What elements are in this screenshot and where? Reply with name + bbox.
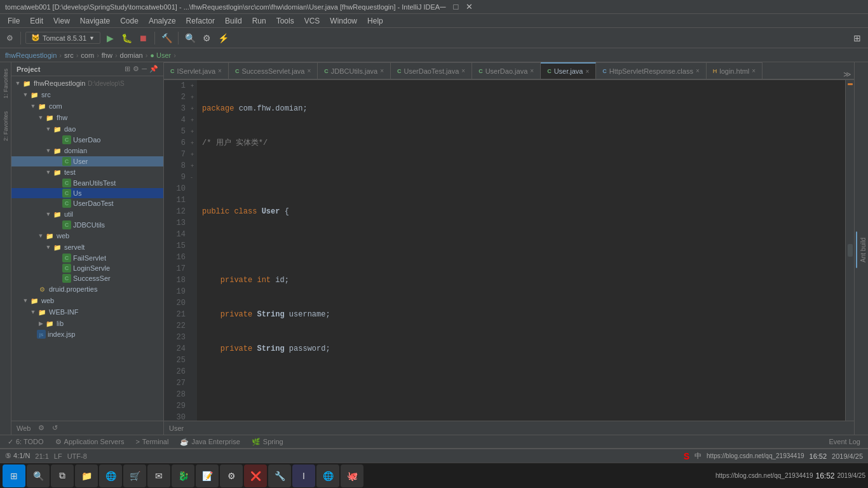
tree-item-domian[interactable]: ▼ 📁 domian	[11, 145, 163, 156]
tab-user-close[interactable]: ×	[585, 68, 589, 75]
taskbar-app3-btn[interactable]: ⚙	[220, 464, 243, 487]
tree-item-beanutils[interactable]: C BeanUtilsTest	[11, 178, 163, 188]
tree-item-jdbcutils[interactable]: C JDBCUtils	[11, 220, 163, 230]
menu-view[interactable]: View	[48, 15, 75, 27]
taskbar-chrome-btn[interactable]: 🌐	[316, 464, 339, 487]
tab-httpservlet[interactable]: C HttpServletResponse.class ×	[596, 62, 706, 79]
tab-iservlet[interactable]: C IServlet.java ×	[164, 62, 229, 79]
project-pin-btn[interactable]: 📌	[149, 65, 158, 73]
search-btn[interactable]: 🔍	[27, 464, 50, 487]
settings-button[interactable]: ⚙	[200, 31, 214, 45]
taskbar-idea-btn[interactable]: I	[292, 464, 315, 487]
tree-item-web-root[interactable]: ▼ 📁 web	[11, 295, 163, 306]
taskbar-edge-btn[interactable]: 🌐	[99, 464, 122, 487]
tree-item-src[interactable]: ▼ 📁 src	[11, 89, 163, 100]
tree-item-dao[interactable]: ▼ 📁 dao	[11, 123, 163, 135]
tree-item-userdaotest[interactable]: C UserDaoTest	[11, 198, 163, 208]
maximize-btn[interactable]: □	[453, 2, 458, 11]
tabs-overflow-btn[interactable]: ≫	[843, 70, 851, 79]
project-bottom-refresh[interactable]: ↺	[50, 423, 60, 433]
toolbar-settings-btn[interactable]: ⚙	[4, 32, 16, 44]
tab-loginhtml[interactable]: H login.html ×	[707, 62, 763, 79]
start-btn[interactable]: ⊞	[3, 464, 25, 487]
breadcrumb-fhw[interactable]: fhw	[102, 51, 112, 59]
menu-help[interactable]: Help	[362, 15, 388, 27]
tree-item-successservlet[interactable]: C SuccessSer	[11, 273, 163, 283]
taskbar-mail-btn[interactable]: ✉	[147, 464, 170, 487]
tab-jdbcutils[interactable]: C JDBCUtils.java ×	[318, 62, 391, 79]
run-button[interactable]: ▶	[103, 31, 117, 45]
menu-file[interactable]: File	[3, 15, 25, 27]
code-editor[interactable]: package com.fhw.domian; /* 用户 实体类*/ publ…	[197, 80, 845, 421]
breadcrumb-user[interactable]: ● User	[150, 51, 171, 59]
tree-item-userdao[interactable]: C UserDao	[11, 135, 163, 145]
menu-refactor[interactable]: Refactor	[181, 15, 220, 27]
tab-jdbcutils-close[interactable]: ×	[380, 67, 384, 74]
bottom-tab-appservers[interactable]: ⚙ Application Servers	[50, 437, 130, 447]
menu-navigate[interactable]: Navigate	[75, 15, 115, 27]
tab-userdaotest[interactable]: C UserDaoTest.java ×	[391, 62, 472, 79]
breadcrumb-project[interactable]: fhwRequestlogin	[5, 51, 57, 59]
layout-button[interactable]: ⊞	[850, 31, 864, 45]
tree-item-loginservlet[interactable]: C LoginServle	[11, 263, 163, 273]
taskbar-app4-btn[interactable]: ❌	[244, 464, 267, 487]
scrollbar-area[interactable]	[845, 80, 854, 421]
breadcrumb-src[interactable]: src	[64, 51, 74, 59]
breadcrumb-com[interactable]: com	[81, 51, 94, 59]
tab-successservlet[interactable]: C SuccessServlet.java ×	[229, 62, 318, 79]
tree-item-indexjsp[interactable]: js index.jsp	[11, 329, 163, 339]
menu-edit[interactable]: Edit	[25, 15, 48, 27]
menu-analyze[interactable]: Analyze	[144, 15, 181, 27]
tree-item-servelt[interactable]: ▼ 📁 servelt	[11, 241, 163, 253]
bottom-tab-spring[interactable]: 🌿 Spring	[247, 437, 288, 447]
tree-item-user[interactable]: C User	[11, 156, 163, 166]
tree-item-fhw[interactable]: ▼ 📁 fhw	[11, 112, 163, 123]
tree-item-root[interactable]: ▼ 📁 fhwRequestlogin D:\develop\S	[11, 78, 163, 89]
favorites-tab-2[interactable]: 2: Favorites	[1, 105, 10, 147]
tree-item-web-fhw[interactable]: ▼ 📁 web	[11, 230, 163, 241]
tree-item-druid[interactable]: ⚙ druid.properties	[11, 283, 163, 295]
minimize-btn[interactable]: ─	[440, 2, 445, 11]
run-config-selector[interactable]: 🐱 Tomcat 8.5.31 ▼	[25, 32, 100, 44]
taskbar-app5-btn[interactable]: 🔧	[268, 464, 291, 487]
debug-button[interactable]: 🐛	[119, 31, 133, 45]
tree-item-webinf[interactable]: ▼ 📁 WEB-INF	[11, 306, 163, 318]
taskbar-git-btn[interactable]: 🐙	[341, 464, 363, 487]
project-expand-btn[interactable]: ⊞	[125, 65, 130, 73]
taskview-btn[interactable]: ⧉	[51, 464, 74, 487]
close-btn[interactable]: ✕	[466, 2, 473, 11]
tab-iservlet-close[interactable]: ×	[218, 67, 222, 74]
search-everywhere-button[interactable]: 🔍	[183, 31, 197, 45]
tab-userdaotest-close[interactable]: ×	[461, 67, 465, 74]
tab-successservlet-close[interactable]: ×	[307, 67, 311, 74]
tab-userdao-close[interactable]: ×	[530, 67, 534, 74]
menu-window[interactable]: Window	[325, 15, 362, 27]
bottom-tab-terminal[interactable]: > Terminal	[130, 437, 173, 447]
tree-item-us[interactable]: C Us	[11, 188, 163, 198]
taskbar-app2-btn[interactable]: 📝	[196, 464, 219, 487]
tree-item-test[interactable]: ▼ 📁 test	[11, 166, 163, 178]
taskbar-file-btn[interactable]: 📁	[75, 464, 98, 487]
tree-item-failservlet[interactable]: C FailServlet	[11, 253, 163, 263]
stop-button[interactable]: ⏹	[136, 31, 150, 45]
tree-item-com[interactable]: ▼ 📁 com	[11, 100, 163, 112]
event-log-btn[interactable]: Event Log	[824, 437, 865, 447]
menu-build[interactable]: Build	[220, 15, 247, 27]
scroll-thumb[interactable]	[848, 244, 853, 257]
bottom-tab-javaenterprise[interactable]: ☕ Java Enterprise	[175, 437, 245, 447]
breadcrumb-domian[interactable]: domian	[120, 51, 143, 59]
tree-item-util[interactable]: ▼ 📁 util	[11, 208, 163, 220]
project-hide-btn[interactable]: ─	[142, 65, 147, 73]
tab-userdao[interactable]: C UserDao.java ×	[472, 62, 541, 79]
menu-code[interactable]: Code	[115, 15, 144, 27]
project-bottom-settings[interactable]: ⚙	[36, 423, 47, 433]
bottom-tab-todo[interactable]: ✓ 6: TODO	[3, 437, 49, 447]
tab-user[interactable]: C User.java ×	[541, 62, 596, 79]
build-button[interactable]: 🔨	[159, 31, 173, 45]
tab-loginhtml-close[interactable]: ×	[752, 67, 756, 74]
taskbar-store-btn[interactable]: 🛒	[123, 464, 146, 487]
git-button[interactable]: ⚡	[216, 31, 230, 45]
favorites-tab-1[interactable]: 1: Favorites	[1, 62, 10, 105]
taskbar-app1-btn[interactable]: 🐉	[172, 464, 194, 487]
project-settings-btn[interactable]: ⚙	[133, 65, 139, 73]
